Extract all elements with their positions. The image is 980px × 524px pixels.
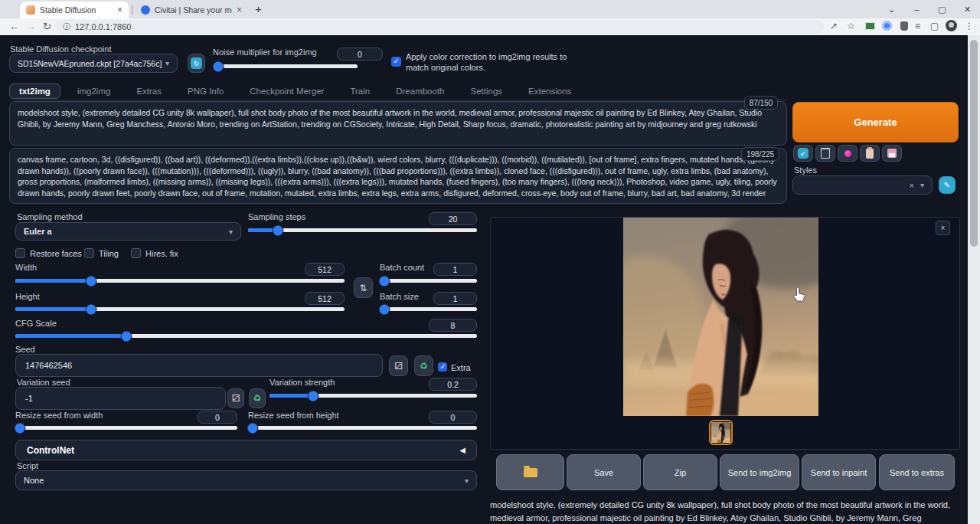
tab-train[interactable]: Train (341, 84, 379, 98)
back-icon[interactable]: ← (9, 21, 19, 32)
restore-faces-label: Restore faces (30, 249, 82, 258)
script-dropdown[interactable]: None ▾ (15, 470, 477, 490)
update-badge-icon[interactable] (882, 21, 892, 31)
hires-fix-checkbox[interactable] (131, 248, 141, 258)
refresh-styles-button[interactable]: ✎ (939, 176, 956, 194)
site-info-icon[interactable]: ⓘ (63, 21, 70, 32)
save-style-button[interactable] (882, 145, 902, 162)
tab-extensions[interactable]: Extensions (519, 84, 580, 98)
cfg-scale-value[interactable]: 8 (429, 319, 477, 332)
extra-seed-checkbox[interactable] (438, 362, 447, 372)
batch-count-slider[interactable] (380, 279, 477, 283)
batch-size-slider[interactable] (380, 307, 477, 311)
browser-tab-civitai[interactable]: Civitai | Share your models × (135, 2, 248, 18)
reuse-variation-seed-button[interactable]: ♻ (249, 388, 266, 408)
open-folder-button[interactable] (496, 454, 564, 490)
gallery-thumbnail[interactable] (709, 420, 733, 445)
maximize-button[interactable]: ▢ (929, 5, 955, 15)
height-value[interactable]: 512 (305, 292, 345, 305)
generated-image[interactable] (623, 218, 818, 416)
controlnet-label: ControlNet (27, 445, 459, 456)
tab-extras[interactable]: Extras (127, 84, 171, 98)
extension-grid-icon[interactable] (865, 22, 875, 30)
batch-count-value[interactable]: 1 (433, 263, 477, 276)
close-tab-icon[interactable]: × (117, 5, 122, 15)
close-tab-icon[interactable]: × (237, 5, 242, 15)
variation-strength-slider[interactable] (270, 394, 477, 398)
styles-dropdown[interactable]: × ▾ (792, 175, 933, 195)
send-to-inpaint-button[interactable]: Send to inpaint (802, 454, 876, 490)
paste-params-button[interactable]: ↙ (793, 145, 813, 162)
bookmark-star-icon[interactable]: ☆ (847, 21, 855, 31)
forward-icon[interactable]: → (26, 21, 36, 32)
reload-icon[interactable]: ↻ (43, 21, 51, 32)
profile-avatar[interactable] (946, 20, 957, 31)
seed-input[interactable]: 1476462546 (15, 354, 383, 377)
send-to-img2img-button[interactable]: Send to img2img (720, 454, 799, 490)
color-correction-checkbox[interactable] (391, 57, 401, 67)
tab-separator (132, 5, 132, 15)
resize-seed-height-slider[interactable] (248, 426, 477, 430)
minimize-button[interactable]: – (904, 5, 929, 14)
tab-img2img[interactable]: img2img (68, 84, 119, 98)
width-slider[interactable] (15, 279, 345, 283)
pencil-icon: ✎ (944, 181, 950, 189)
page-scrollbar-thumb[interactable] (970, 40, 978, 247)
tab-checkpoint-merger[interactable]: Checkpoint Merger (240, 84, 333, 98)
resize-seed-height-value[interactable]: 0 (429, 411, 477, 424)
apply-style-button[interactable] (860, 145, 880, 162)
send-to-extras-button[interactable]: Send to extras (879, 454, 955, 490)
clear-styles-icon[interactable]: × (910, 181, 914, 190)
browser-tab-stable-diffusion[interactable]: Stable Diffusion × (20, 2, 129, 18)
chrome-chevron-icon[interactable]: ⌄ (879, 5, 904, 15)
reading-list-icon[interactable]: ≡ (915, 21, 920, 31)
sampling-steps-slider[interactable] (248, 228, 477, 232)
side-panel-icon[interactable]: ▢ (930, 21, 939, 31)
random-variation-seed-button[interactable]: ⚂ (227, 388, 244, 408)
variation-strength-value[interactable]: 0.2 (429, 378, 477, 391)
width-value[interactable]: 512 (305, 263, 345, 276)
sampling-method-dropdown[interactable]: Euler a ▾ (15, 222, 241, 241)
close-gallery-button[interactable]: × (936, 221, 950, 235)
main-tab-bar: txt2img img2img Extras PNG Info Checkpoi… (9, 82, 787, 100)
variation-seed-input[interactable]: -1 (15, 387, 226, 410)
refresh-checkpoint-button[interactable]: ↻ (188, 54, 205, 73)
pin-icon[interactable] (900, 21, 908, 31)
menu-dots-icon[interactable]: ⋮ (965, 21, 974, 31)
height-slider[interactable] (15, 307, 345, 311)
address-bar[interactable]: ⓘ 127.0.0.1:7860 (55, 20, 824, 34)
negative-prompt-input[interactable]: canvas frame, cartoon, 3d, ((disfigured)… (9, 148, 787, 204)
clipboard-icon (866, 149, 874, 159)
tiling-checkbox[interactable] (84, 248, 94, 258)
tab-dreambooth[interactable]: Dreambooth (387, 84, 453, 98)
reuse-seed-button[interactable]: ♻ (414, 355, 433, 376)
restore-faces-checkbox[interactable] (15, 248, 25, 258)
noise-multiplier-slider[interactable] (215, 64, 358, 68)
checkpoint-dropdown[interactable]: SD15NewVAEpruned.ckpt [27a4ac756c] ▾ (9, 54, 178, 73)
extra-networks-button[interactable] (838, 145, 858, 162)
swap-dimensions-button[interactable]: ⇅ (354, 277, 373, 298)
tab-png-info[interactable]: PNG Info (178, 84, 233, 98)
sampling-method-value: Euler a (24, 227, 229, 236)
color-correction-label: Apply color correction to img2img result… (406, 51, 570, 73)
sampling-steps-value[interactable]: 20 (429, 212, 477, 225)
close-window-button[interactable]: ✕ (955, 5, 980, 15)
generate-button[interactable]: Generate (792, 102, 959, 142)
tab-txt2img[interactable]: txt2img (9, 84, 60, 99)
clear-prompt-button[interactable] (815, 145, 835, 162)
random-seed-button[interactable]: ⚂ (389, 355, 408, 376)
batch-count-label: Batch count (380, 263, 424, 272)
floppy-save-icon (887, 149, 897, 158)
resize-seed-width-value[interactable]: 0 (198, 411, 237, 424)
batch-size-value[interactable]: 1 (433, 292, 477, 305)
new-tab-button[interactable]: + (255, 2, 262, 15)
resize-seed-width-slider[interactable] (15, 426, 237, 430)
tab-settings[interactable]: Settings (462, 84, 512, 98)
prompt-input[interactable]: modelshoot style, (extremely detailed CG… (9, 101, 787, 146)
cfg-scale-slider[interactable] (15, 334, 477, 338)
save-button[interactable]: Save (567, 454, 641, 490)
controlnet-accordion[interactable]: ControlNet ◀ (15, 440, 477, 460)
zip-button[interactable]: Zip (643, 454, 717, 490)
noise-multiplier-value[interactable]: 0 (337, 47, 383, 61)
share-icon[interactable]: ↗ (830, 21, 838, 31)
